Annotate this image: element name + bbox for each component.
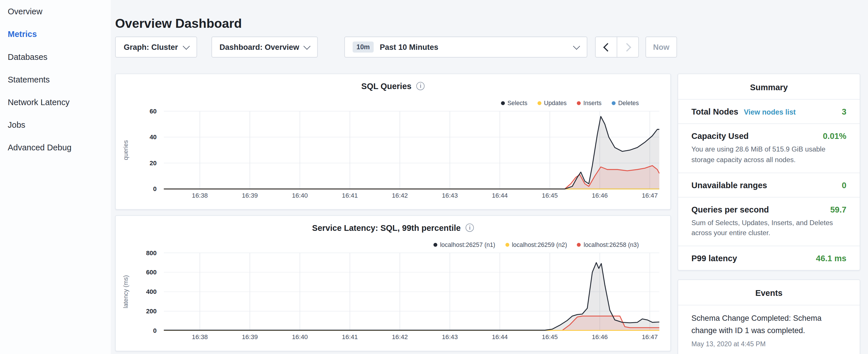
svg-text:16:43: 16:43 <box>442 333 458 341</box>
series-color-dot <box>433 243 437 247</box>
summary-description: You are using 28.6 MiB of 515.9 GiB usab… <box>691 144 846 165</box>
svg-text:16:39: 16:39 <box>242 333 258 341</box>
svg-text:16:44: 16:44 <box>492 192 508 199</box>
summary-label: Queries per second <box>691 204 769 214</box>
svg-text:600: 600 <box>146 269 157 276</box>
now-button-label: Now <box>653 43 670 52</box>
sidebar-item-databases[interactable]: Databases <box>0 45 111 68</box>
series-color-dot <box>501 101 505 105</box>
series-color-dot <box>577 101 581 105</box>
sidebar-item-metrics[interactable]: Metrics <box>0 23 111 45</box>
dashboard-controls: Graph: Cluster Dashboard: Overview 10m P… <box>115 36 677 57</box>
svg-text:200: 200 <box>146 308 157 315</box>
svg-text:40: 40 <box>150 133 157 141</box>
chart-title: SQL Queries <box>361 81 411 91</box>
svg-text:16:41: 16:41 <box>342 192 358 199</box>
chevron-down-icon <box>183 42 190 50</box>
sidebar-item-overview[interactable]: Overview <box>0 0 111 23</box>
svg-text:16:40: 16:40 <box>292 192 308 199</box>
svg-text:800: 800 <box>146 250 157 257</box>
svg-text:60: 60 <box>150 108 157 115</box>
series-color-dot <box>612 101 616 105</box>
chart-title: Service Latency: SQL, 99th percentile <box>312 223 461 232</box>
summary-description: Sum of Selects, Updates, Inserts, and De… <box>691 218 846 238</box>
summary-row-queries-per-second: Queries per second 59.7 Sum of Selects, … <box>678 197 860 246</box>
events-panel-title: Events <box>678 280 860 305</box>
svg-text:0: 0 <box>153 185 156 192</box>
page-title: Overview Dashboard <box>115 16 242 31</box>
summary-row-unavailable-ranges: Unavailable ranges 0 <box>678 172 860 197</box>
svg-text:400: 400 <box>146 288 157 295</box>
svg-text:16:38: 16:38 <box>192 333 208 341</box>
admin-ui-page: Overview Metrics Databases Statements Ne… <box>0 0 868 354</box>
svg-text:16:46: 16:46 <box>592 333 608 341</box>
summary-value: 46.1 ms <box>816 254 846 263</box>
svg-text:queries: queries <box>122 140 129 160</box>
summary-label: Total Nodes <box>691 107 739 116</box>
time-pager <box>595 36 639 57</box>
info-icon[interactable] <box>466 223 474 232</box>
dashboard-select-dropdown[interactable]: Dashboard: Overview <box>212 36 318 57</box>
info-icon[interactable] <box>416 82 425 90</box>
summary-label: P99 latency <box>691 254 737 263</box>
svg-text:16:38: 16:38 <box>192 192 208 199</box>
svg-text:16:42: 16:42 <box>392 333 408 341</box>
service-latency-chart-panel: Service Latency: SQL, 99th percentile lo… <box>115 215 671 351</box>
summary-row-p99-latency: P99 latency 46.1 ms <box>678 246 860 270</box>
svg-text:16:41: 16:41 <box>342 333 358 341</box>
svg-text:16:40: 16:40 <box>292 333 308 341</box>
sidebar-item-network-latency[interactable]: Network Latency <box>0 91 111 114</box>
summary-value: 59.7 <box>830 204 846 214</box>
charts-column: SQL Queries Selects Updates Inserts <box>115 74 671 354</box>
time-range-dropdown[interactable]: 10m Past 10 Minutes <box>344 36 587 57</box>
now-button[interactable]: Now <box>645 36 677 57</box>
summary-row-total-nodes: Total Nodes View nodes list 3 <box>678 99 860 123</box>
summary-panel: Summary Total Nodes View nodes list 3 Ca… <box>677 74 860 271</box>
event-text: Schema Change Completed: Schema change w… <box>691 312 846 337</box>
svg-text:latency (ms): latency (ms) <box>122 275 129 309</box>
svg-text:16:42: 16:42 <box>392 192 408 199</box>
events-panel: Events Schema Change Completed: Schema c… <box>677 280 860 354</box>
svg-text:16:39: 16:39 <box>242 192 258 199</box>
chevron-down-icon <box>304 42 311 50</box>
summary-panel-title: Summary <box>678 74 860 99</box>
svg-text:16:44: 16:44 <box>492 333 508 341</box>
event-item[interactable]: Schema Change Completed: Schema change w… <box>678 305 860 348</box>
chevron-left-icon <box>603 43 612 51</box>
sidebar-nav: Overview Metrics Databases Statements Ne… <box>0 0 111 354</box>
svg-text:0: 0 <box>153 327 156 334</box>
chevron-right-icon <box>622 43 631 51</box>
service-latency-line-chart: 020040060080016:3816:3916:4016:4116:4216… <box>116 247 672 348</box>
right-rail: Summary Total Nodes View nodes list 3 Ca… <box>677 74 860 354</box>
summary-label: Capacity Used <box>691 131 749 141</box>
series-color-dot <box>537 101 541 105</box>
time-range-label: Past 10 Minutes <box>380 43 438 52</box>
summary-value: 0 <box>842 180 846 190</box>
summary-value: 3 <box>842 107 846 116</box>
time-next-button[interactable] <box>617 36 639 57</box>
event-timestamp: May 13, 2020 at 4:45 PM <box>691 340 846 348</box>
sql-queries-line-chart: 020406016:3816:3916:4016:4116:4216:4316:… <box>116 105 672 206</box>
summary-label: Unavailable ranges <box>691 180 767 190</box>
time-range-badge: 10m <box>353 41 374 53</box>
svg-text:16:43: 16:43 <box>442 192 458 199</box>
view-nodes-list-link[interactable]: View nodes list <box>744 108 796 116</box>
chevron-down-icon <box>573 42 580 50</box>
svg-text:16:47: 16:47 <box>642 192 658 199</box>
svg-text:16:46: 16:46 <box>592 192 608 199</box>
dashboard-select-label: Dashboard: Overview <box>219 43 299 52</box>
summary-value: 0.01% <box>823 131 846 141</box>
sidebar-item-statements[interactable]: Statements <box>0 68 111 91</box>
svg-text:16:45: 16:45 <box>542 192 558 199</box>
sidebar-item-advanced-debug[interactable]: Advanced Debug <box>0 136 111 159</box>
svg-text:16:47: 16:47 <box>642 333 658 341</box>
sidebar-item-jobs[interactable]: Jobs <box>0 114 111 136</box>
graph-scope-dropdown[interactable]: Graph: Cluster <box>115 36 197 57</box>
graph-scope-label: Graph: Cluster <box>124 43 178 52</box>
series-color-dot <box>577 243 581 247</box>
sql-queries-chart-panel: SQL Queries Selects Updates Inserts <box>115 74 671 210</box>
svg-text:20: 20 <box>150 160 157 167</box>
svg-text:16:45: 16:45 <box>542 333 558 341</box>
time-prev-button[interactable] <box>595 36 617 57</box>
series-color-dot <box>505 243 509 247</box>
